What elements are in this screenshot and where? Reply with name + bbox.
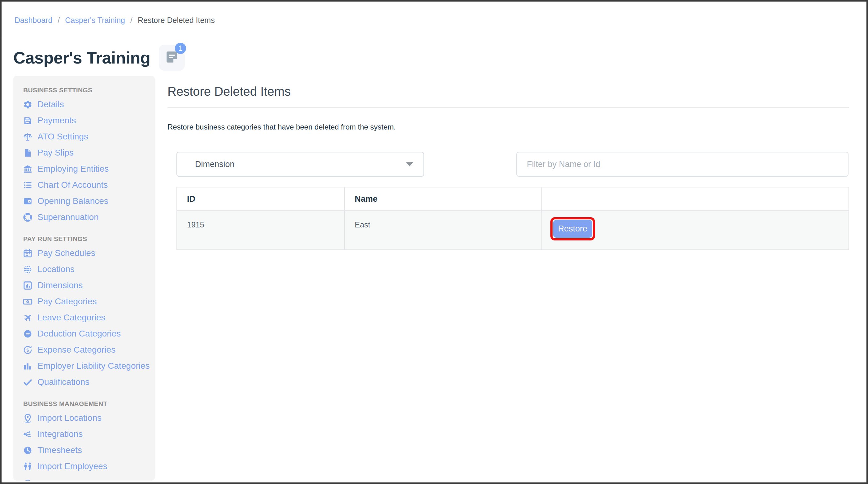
cell-name: East xyxy=(344,211,542,250)
sidebar-item-label: Qualifications xyxy=(37,377,90,387)
dimension-select-value: Dimension xyxy=(195,160,235,169)
sidebar-item-label: Employer Liability Categories xyxy=(37,361,150,371)
map-pin-icon xyxy=(23,413,32,423)
svg-text:$: $ xyxy=(26,347,29,352)
sidebar-item-import-employees[interactable]: Import Employees xyxy=(23,458,152,475)
section-divider xyxy=(167,107,849,108)
table-header-id: ID xyxy=(177,187,344,211)
page-title: Casper's Training xyxy=(13,48,150,67)
sidebar-item-label: Deduction Categories xyxy=(37,329,121,339)
sidebar-item-label: Timesheets xyxy=(37,445,82,455)
filter-controls: Dimension xyxy=(177,152,848,177)
sidebar-item-ato-settings[interactable]: ATO Settings xyxy=(23,129,152,145)
sidebar-item-timesheets[interactable]: Timesheets xyxy=(23,442,152,458)
sidebar-item-details[interactable]: Details xyxy=(23,96,152,112)
sidebar-item-superannuation[interactable]: Superannuation xyxy=(23,209,152,225)
filter-input[interactable] xyxy=(516,152,848,177)
calendar-icon xyxy=(23,248,32,258)
sidebar-item-label: Dimensions xyxy=(37,280,83,290)
notes-button[interactable]: 1 xyxy=(159,45,185,70)
sidebar-item-qualifications[interactable]: Qualifications xyxy=(23,374,152,390)
breadcrumb-item-restore-deleted-items: Restore Deleted Items xyxy=(138,16,215,25)
people-icon xyxy=(23,461,32,471)
sidebar-item-pay-categories[interactable]: Pay Categories xyxy=(23,293,152,310)
globe-icon xyxy=(23,264,32,274)
sidebar-item-label: Expense Categories xyxy=(37,345,116,355)
sidebar-item-label: Import Locations xyxy=(37,413,101,423)
list-icon xyxy=(23,180,32,190)
sidebar-item-dimensions[interactable]: Dimensions xyxy=(23,277,152,293)
app-window: { "breadcrumb": { "separator": "/", "ite… xyxy=(0,0,868,484)
sidebar: BUSINESS SETTINGSDetailsPaymentsATO Sett… xyxy=(13,76,155,481)
flow-icon xyxy=(23,429,32,439)
sidebar-item-label: Opening Balances xyxy=(37,196,108,206)
sidebar-item-label: Integrations xyxy=(37,429,83,439)
sidebar-section-header-business-management: BUSINESS MANAGEMENT xyxy=(23,400,152,407)
notification-badge: 1 xyxy=(175,43,186,54)
sidebar-item-label: Payments xyxy=(37,116,76,125)
sidebar-item-leave-categories[interactable]: Leave Categories xyxy=(23,310,152,326)
breadcrumb-item-dashboard[interactable]: Dashboard xyxy=(14,16,52,25)
dollar-refresh-icon: $ xyxy=(23,345,32,355)
sidebar-item-payments[interactable]: Payments xyxy=(23,112,152,129)
minus-circle-icon xyxy=(23,329,32,339)
cell-actions: Restore xyxy=(542,211,849,250)
wallet-icon xyxy=(23,196,32,206)
sidebar-item-import-locations[interactable]: Import Locations xyxy=(23,410,152,426)
sidebar-item-label: Employing Entities xyxy=(37,164,108,174)
bar-chart-icon xyxy=(23,280,32,290)
table-header-name: Name xyxy=(344,187,542,211)
check-icon xyxy=(23,377,32,387)
sidebar-item-employer-liability-categories[interactable]: Employer Liability Categories xyxy=(23,358,152,374)
sidebar-item-label: Locations xyxy=(37,264,74,274)
sidebar-item-employing-entities[interactable]: Employing Entities xyxy=(23,161,152,177)
clock-icon xyxy=(23,445,32,455)
content-row: BUSINESS SETTINGSDetailsPaymentsATO Sett… xyxy=(2,76,866,481)
cell-id: 1915 xyxy=(177,211,344,250)
table-body: 1915EastRestore xyxy=(177,211,849,250)
file-icon xyxy=(23,148,32,158)
sidebar-item-label: Leave Categories xyxy=(37,313,105,322)
breadcrumb: Dashboard/Casper's Training/Restore Dele… xyxy=(14,16,215,25)
sidebar-item-expense-categories[interactable]: $Expense Categories xyxy=(23,342,152,358)
table-header-actions xyxy=(542,187,849,211)
sidebar-item-label: ATO Settings xyxy=(37,132,88,142)
section-description: Restore business categories that have be… xyxy=(167,123,849,132)
section-title: Restore Deleted Items xyxy=(167,84,849,99)
main-panel: Restore Deleted Items Restore business c… xyxy=(155,76,867,250)
restore-button[interactable]: Restore xyxy=(553,220,592,238)
gear-icon xyxy=(23,99,32,109)
sidebar-item-label: Pay Slips xyxy=(37,148,74,158)
dimension-select[interactable]: Dimension xyxy=(177,152,424,177)
table-header-row: IDName xyxy=(177,187,849,211)
annotation-highlight: Restore xyxy=(550,217,595,240)
breadcrumb-bar: Dashboard/Casper's Training/Restore Dele… xyxy=(2,2,866,39)
scales-icon xyxy=(23,132,32,142)
sidebar-item-opening-balances[interactable]: Opening Balances xyxy=(23,193,152,209)
table-row: 1915EastRestore xyxy=(177,211,849,250)
sidebar-item-chart-of-accounts[interactable]: Chart Of Accounts xyxy=(23,177,152,193)
sidebar-item-deduction-categories[interactable]: Deduction Categories xyxy=(23,326,152,342)
sidebar-section-header-business-settings: BUSINESS SETTINGS xyxy=(23,86,152,94)
chevron-down-icon xyxy=(406,162,413,166)
lifebuoy-icon xyxy=(23,212,32,222)
sidebar-item-label: Pay Schedules xyxy=(37,248,95,258)
partial-icon xyxy=(23,478,32,481)
breadcrumb-item-casper-s-training[interactable]: Casper's Training xyxy=(65,16,125,25)
sidebar-item-pay-schedules[interactable]: Pay Schedules xyxy=(23,245,152,261)
sidebar-item-label: Superannuation xyxy=(37,212,99,222)
sidebar-item-label: Details xyxy=(37,99,64,109)
airplane-icon xyxy=(23,313,32,322)
bank-icon xyxy=(23,164,32,174)
title-row: Casper's Training 1 xyxy=(2,39,866,76)
sidebar-item-locations[interactable]: Locations xyxy=(23,261,152,277)
save-icon xyxy=(23,116,32,125)
sidebar-item-integrations[interactable]: Integrations xyxy=(23,426,152,442)
breadcrumb-separator: / xyxy=(130,16,132,25)
sidebar-item-label: Pay Categories xyxy=(37,296,97,307)
banknote-icon xyxy=(23,296,32,307)
sidebar-item-pay-slips[interactable]: Pay Slips xyxy=(23,145,152,161)
sidebar-section-header-pay-run-settings: PAY RUN SETTINGS xyxy=(23,235,152,243)
sidebar-item-item[interactable] xyxy=(23,475,152,481)
breadcrumb-separator: / xyxy=(58,16,60,25)
